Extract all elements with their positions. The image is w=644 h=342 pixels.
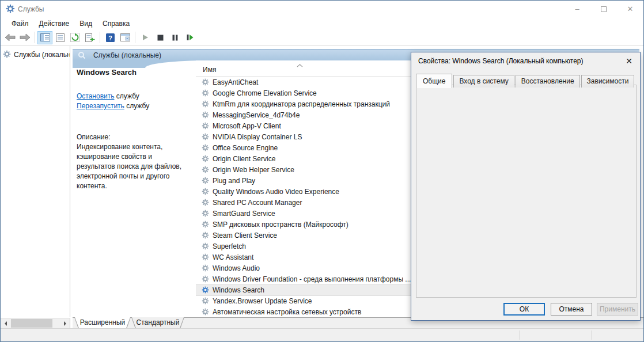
scrollbar-thumb[interactable]: [11, 319, 52, 328]
start-service-icon[interactable]: [138, 31, 153, 44]
scroll-right-icon[interactable]: [60, 318, 70, 328]
service-gear-icon: [202, 253, 209, 261]
service-name: Quality Windows Audio Video Experience: [213, 188, 339, 196]
close-button[interactable]: ✕: [617, 1, 643, 17]
service-gear-icon: [202, 188, 209, 195]
service-gear-icon: [202, 275, 209, 283]
stop-service-line: Остановить службу: [77, 92, 193, 101]
service-name: MessagingService_4d74b4e: [213, 111, 300, 119]
service-gear-icon: [202, 231, 209, 239]
service-gear-icon: [202, 199, 209, 206]
service-name: Windows Driver Foundation - среда выполн…: [213, 275, 411, 283]
service-gear-icon: [202, 100, 209, 108]
service-name: Plug and Play: [213, 177, 255, 185]
tab-general[interactable]: Общие: [416, 74, 452, 88]
tab-logon[interactable]: Вход в систему: [453, 75, 514, 88]
service-name: KtmRm для координатора распределенных тр…: [213, 100, 390, 108]
service-name: Microsoft App-V Client: [213, 122, 281, 130]
service-gear-icon: [202, 166, 209, 173]
dialog-titlebar: Свойства: Windows Search (Локальный комп…: [411, 52, 640, 70]
service-name: Windows Search: [213, 286, 264, 294]
menu-help[interactable]: Справка: [97, 18, 135, 29]
service-gear-icon: [202, 89, 209, 97]
export-list-icon[interactable]: [82, 31, 97, 44]
maximize-button[interactable]: [590, 1, 617, 17]
titlebar: Службы – ✕: [1, 1, 643, 17]
service-gear-icon: [202, 122, 209, 130]
maximize-icon: [601, 6, 607, 12]
service-name: Автоматическая настройка сетевых устройс…: [213, 308, 361, 316]
svg-text:?: ?: [108, 34, 112, 41]
magnifier-icon: [78, 51, 86, 61]
window-title: Службы: [18, 5, 44, 13]
sort-ascending-icon: [297, 61, 303, 69]
apply-button[interactable]: Применить: [597, 303, 638, 316]
tree-item-services-local[interactable]: Службы (локальные): [1, 49, 70, 60]
scroll-left-icon[interactable]: [1, 318, 10, 328]
tree-horizontal-scrollbar[interactable]: [1, 318, 70, 328]
service-name: SMP дисковых пространств (Майкрософт): [213, 221, 348, 229]
show-console-tree-icon[interactable]: [37, 31, 52, 44]
menu-action[interactable]: Действие: [34, 18, 75, 29]
forward-icon[interactable]: [17, 31, 32, 44]
service-gear-icon: [202, 221, 209, 228]
refresh-icon[interactable]: [67, 31, 82, 44]
description-label: Описание:: [77, 133, 193, 141]
service-name: Yandex.Browser Update Service: [213, 297, 312, 305]
service-gear-icon: [202, 264, 209, 272]
stop-service-icon[interactable]: [153, 31, 168, 44]
stop-link-suffix: службу: [116, 92, 139, 100]
cancel-button[interactable]: Отмена: [551, 303, 592, 316]
services-app-icon: [6, 4, 15, 15]
stop-service-link[interactable]: Остановить: [77, 92, 115, 100]
column-header-label: Имя: [203, 66, 216, 74]
pause-service-icon[interactable]: [168, 31, 183, 44]
description-text: Индексирование контента, кэширование сво…: [77, 142, 191, 191]
dialog-title: Свойства: Windows Search (Локальный комп…: [418, 57, 584, 65]
tab-dependencies[interactable]: Зависимости: [581, 75, 635, 88]
ok-button[interactable]: ОК: [503, 303, 545, 316]
service-name: EasyAntiCheat: [213, 78, 258, 86]
menu-view[interactable]: Вид: [74, 18, 97, 29]
service-gear-icon: [202, 144, 209, 151]
minimize-button[interactable]: –: [564, 1, 590, 17]
dialog-close-icon[interactable]: ✕: [622, 55, 637, 67]
service-gear-icon: [202, 297, 209, 305]
service-name: Office Source Engine: [213, 144, 278, 152]
restart-service-link[interactable]: Перезапустить: [77, 102, 124, 110]
service-gear-icon: [202, 210, 209, 217]
service-gear-icon: [202, 308, 209, 316]
extended-description-pane: Windows Search Остановить службу Перезап…: [77, 68, 193, 316]
service-gear-icon: [202, 177, 209, 184]
tab-extended-view[interactable]: Расширенный: [74, 317, 131, 329]
service-gear-icon: [202, 242, 209, 250]
service-gear-icon: [202, 78, 209, 86]
restart-service-line: Перезапустить службу: [77, 101, 193, 111]
properties-icon[interactable]: [52, 31, 67, 44]
service-name: SmartGuard Service: [213, 210, 275, 218]
services-window: Службы – ✕ Файл Действие Вид Справка: [0, 0, 644, 342]
back-icon[interactable]: [2, 31, 17, 44]
service-name: Superfetch: [213, 242, 246, 250]
tab-recovery[interactable]: Восстановление: [516, 75, 580, 88]
show-action-pane-icon[interactable]: [118, 31, 132, 44]
services-node-icon: [3, 50, 11, 60]
general-tab-page: [416, 85, 637, 298]
service-gear-icon: [202, 286, 209, 294]
service-name: WC Assistant: [213, 253, 253, 261]
service-name: Origin Client Service: [213, 155, 275, 163]
tab-extended-label: Расширенный: [75, 317, 130, 328]
tab-standard-view[interactable]: Стандартный: [131, 317, 184, 329]
toolbar: ?: [1, 30, 643, 45]
help-icon[interactable]: ?: [103, 31, 118, 44]
results-header-title: Службы (локальные): [93, 51, 161, 59]
status-bar: [1, 328, 643, 341]
service-name: Shared PC Account Manager: [213, 199, 302, 207]
dialog-tabs: Общие Вход в систему Восстановление Зави…: [416, 73, 635, 88]
service-gear-icon: [202, 155, 209, 162]
restart-link-suffix: службу: [126, 102, 149, 110]
console-tree-panel: Службы (локальные): [1, 46, 70, 317]
restart-service-icon[interactable]: [183, 31, 198, 44]
service-name: Steam Client Service: [213, 231, 277, 240]
menu-file[interactable]: Файл: [6, 18, 34, 29]
